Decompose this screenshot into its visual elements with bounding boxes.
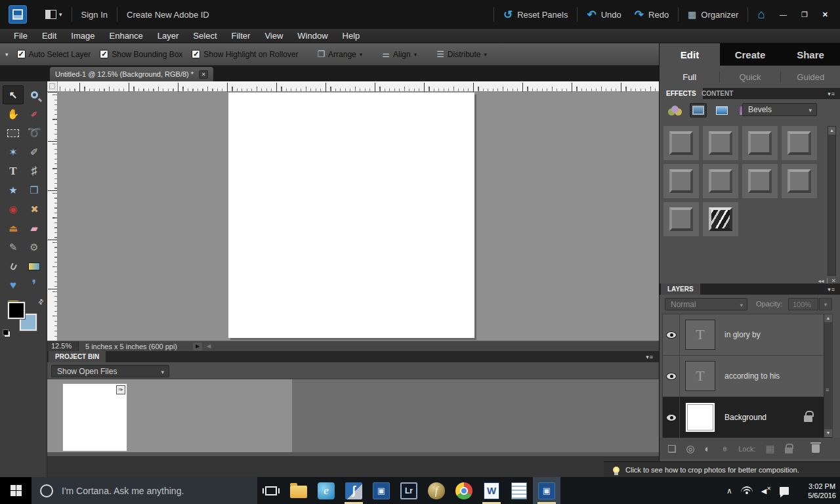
bevel-style[interactable] xyxy=(703,164,738,198)
filters-icon[interactable] xyxy=(666,103,683,117)
layers-scrollbar[interactable]: ▲ ≡ ▼ xyxy=(824,314,832,437)
word-icon[interactable]: W xyxy=(478,477,505,504)
bevel-style[interactable] xyxy=(663,164,699,198)
undo-button[interactable]: ↶Undo xyxy=(587,8,621,22)
close-button[interactable]: ✕ xyxy=(822,10,828,19)
start-button[interactable] xyxy=(0,477,32,504)
zoom-tool[interactable] xyxy=(24,85,45,104)
checkbox-icon[interactable]: ✓ xyxy=(17,50,26,58)
bevel-style[interactable] xyxy=(742,164,778,198)
volume-muted-icon[interactable]: ◀✕ xyxy=(761,486,771,495)
shape-tool[interactable]: ♥ xyxy=(3,276,24,295)
taskbar-clock[interactable]: 3:02 PM 5/6/2016 xyxy=(808,482,836,500)
bevel-style[interactable] xyxy=(742,126,778,160)
create-adobe-id-button[interactable]: Create New Adobe ID xyxy=(127,10,209,20)
new-adjustment-layer-icon[interactable]: ◎ xyxy=(686,443,694,455)
menu-item[interactable]: Image xyxy=(64,31,102,41)
bevel-style[interactable] xyxy=(703,126,738,160)
recompose-tool[interactable]: ❒ xyxy=(24,180,45,200)
menu-item[interactable]: Help xyxy=(335,31,368,41)
zoom-level-field[interactable]: 12.5% xyxy=(47,341,79,352)
menu-item[interactable]: Edit xyxy=(35,31,64,41)
collapse-arrow-icon[interactable]: ▾ xyxy=(5,51,9,58)
menu-item[interactable]: Enhance xyxy=(102,31,150,41)
panel-menu-icon[interactable]: ▾≡ xyxy=(828,286,835,293)
menu-item[interactable]: Window xyxy=(290,31,335,41)
effects-scrollbar[interactable]: ▲ xyxy=(828,126,836,276)
delete-layer-icon[interactable] xyxy=(812,444,820,453)
lock-transparency-icon[interactable]: ▦ xyxy=(765,443,774,455)
options-dropdown[interactable]: ☰Distribute▾ xyxy=(436,49,487,59)
gradient-tool[interactable] xyxy=(24,257,45,276)
sign-in-button[interactable]: Sign In xyxy=(81,10,108,20)
opacity-field[interactable]: 100% xyxy=(788,298,818,310)
wifi-icon[interactable] xyxy=(741,486,753,495)
tab-share[interactable]: Share xyxy=(780,43,840,66)
photoshop-elements-icon[interactable]: ▣ xyxy=(533,477,560,504)
eyedropper-tool[interactable]: ✒ xyxy=(24,104,45,123)
menu-item[interactable]: View xyxy=(257,31,290,41)
move-tool[interactable]: ↖ xyxy=(3,85,24,104)
option-checkbox[interactable]: ✓Show Highlight on Rollover xyxy=(192,50,298,59)
task-view-button[interactable] xyxy=(257,477,285,504)
project-bin-tab[interactable]: PROJECT BIN xyxy=(49,351,106,362)
bin-thumbnail[interactable]: ✑ xyxy=(62,383,127,452)
bevel-style[interactable] xyxy=(703,202,738,236)
mode-guided[interactable]: Guided xyxy=(781,72,840,82)
checkbox-icon[interactable]: ✓ xyxy=(100,50,108,58)
layer-thumbnail[interactable]: T xyxy=(685,320,715,350)
Background[interactable]: Background xyxy=(663,397,832,438)
font-folio-icon[interactable]: f xyxy=(423,477,450,504)
link-layers-icon[interactable]: ⚭ xyxy=(719,444,730,453)
tip-bar[interactable]: Click to see how to crop photos for bett… xyxy=(604,461,840,477)
mode-full[interactable]: Full xyxy=(660,72,719,82)
fill-adjustment-icon[interactable]: ◐ xyxy=(705,443,711,454)
minimize-button[interactable]: — xyxy=(780,10,787,18)
browser-icon[interactable]: e xyxy=(312,477,340,504)
tab-edit[interactable]: Edit xyxy=(660,43,720,66)
menu-item[interactable]: Layer xyxy=(150,31,186,41)
checkbox-icon[interactable]: ✓ xyxy=(192,50,200,58)
redo-button[interactable]: ↷Redo xyxy=(635,8,669,22)
clone-stamp-tool[interactable]: ⏏ xyxy=(3,219,24,238)
spot-healing-tool[interactable]: ✚ xyxy=(24,200,45,219)
menu-item[interactable]: Select xyxy=(186,31,224,41)
layer-styles-icon[interactable] xyxy=(690,103,707,117)
restore-button[interactable]: ❐ xyxy=(801,10,808,19)
option-checkbox[interactable]: ✓Show Bounding Box xyxy=(100,50,182,59)
document-tab[interactable]: Untitled-1 @ 12.5% (Background, RGB/8) *… xyxy=(50,67,213,81)
elements-organizer-icon[interactable]: ▣ xyxy=(368,477,395,504)
options-dropdown[interactable]: ❐Arrange▾ xyxy=(317,49,362,59)
hand-tool[interactable]: ✋ xyxy=(3,104,24,123)
marquee-tool[interactable] xyxy=(3,123,24,142)
scroll-up-icon[interactable]: ▲ xyxy=(824,314,832,322)
cortana-search[interactable]: I'm Cortana. Ask me anything. xyxy=(32,477,257,504)
visibility-toggle[interactable] xyxy=(663,356,680,396)
menu-item[interactable]: Filter xyxy=(224,31,258,41)
paint-bucket-tool[interactable]: ∪ xyxy=(3,257,24,276)
in glory by[interactable]: T in glory by xyxy=(663,314,832,356)
quick-selection-tool[interactable]: ✐ xyxy=(24,142,45,161)
visibility-toggle[interactable] xyxy=(663,397,680,438)
bevel-style[interactable] xyxy=(663,126,699,160)
menu-item[interactable]: File xyxy=(7,31,35,41)
lasso-tool[interactable]: ➰ xyxy=(24,123,45,142)
options-dropdown[interactable]: ⚌Align▾ xyxy=(382,49,417,59)
eraser-tool[interactable]: ▰ xyxy=(24,219,45,238)
cookie-cutter-tool[interactable]: ★ xyxy=(3,180,24,200)
opacity-dropdown-icon[interactable]: ▾ xyxy=(819,298,832,310)
bevel-style[interactable] xyxy=(782,164,817,198)
tab-close-icon[interactable]: ✕ xyxy=(199,70,208,79)
crop-tool[interactable]: ♯ xyxy=(24,161,45,180)
file-explorer-icon[interactable] xyxy=(285,477,312,504)
status-next-icon[interactable]: ▶ xyxy=(193,343,202,350)
layout-button[interactable]: ▾ xyxy=(45,10,62,19)
visibility-toggle[interactable] xyxy=(663,314,680,355)
layer-thumbnail[interactable] xyxy=(685,402,715,432)
option-checkbox[interactable]: ✓Auto Select Layer xyxy=(17,50,91,59)
tab-create[interactable]: Create xyxy=(720,43,780,66)
chrome-icon[interactable] xyxy=(450,477,478,504)
lightroom-icon[interactable]: Lr xyxy=(395,477,423,504)
bevel-style[interactable] xyxy=(782,126,817,160)
new-layer-icon[interactable]: ❏ xyxy=(667,443,676,455)
